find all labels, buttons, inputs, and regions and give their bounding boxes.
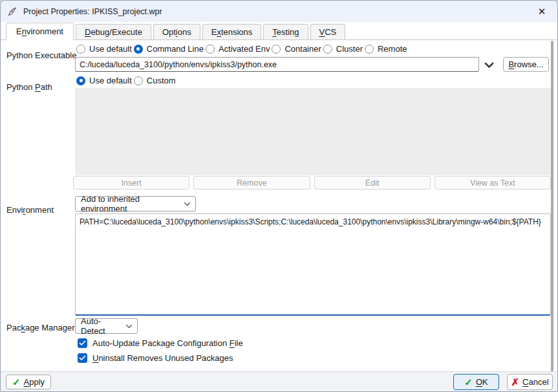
radio-path-use-default[interactable]: Use default: [76, 76, 132, 85]
checkbox-checked-icon: [78, 338, 87, 348]
package-manager-dropdown[interactable]: Auto-Detect: [75, 318, 138, 334]
python-executable-path-input[interactable]: [75, 57, 479, 72]
radio-circle-icon: [365, 45, 374, 54]
browse-button[interactable]: Browse...: [503, 57, 549, 72]
remove-button[interactable]: Remove: [193, 176, 310, 190]
cancel-label: Cancel: [522, 377, 548, 387]
radio-label: Command Line: [147, 44, 204, 54]
path-history-chevron-down-icon[interactable]: [484, 61, 494, 71]
radio-label: Cluster: [336, 44, 363, 54]
radio-label: Activated Env: [219, 44, 270, 54]
project-properties-dialog: Project Properties: IPKISS_project.wpr ✕…: [0, 0, 558, 392]
radio-cluster[interactable]: Cluster: [323, 44, 363, 54]
cross-icon: ✗: [511, 377, 519, 387]
environment-variables-textarea[interactable]: PATH=C:\luceda\luceda_3100\python\envs\i…: [75, 213, 551, 316]
apply-button[interactable]: ✓ Apply: [6, 375, 51, 389]
radio-label: Custom: [147, 76, 176, 85]
cancel-button[interactable]: ✗ Cancel: [507, 374, 553, 390]
radio-label: Use default: [89, 44, 132, 54]
checkbox-checked-icon: [78, 353, 87, 363]
auto-update-package-config-checkbox[interactable]: Auto-Update Package Configuration File: [78, 338, 243, 348]
radio-circle-icon: [76, 45, 85, 54]
title-bar: Project Properties: IPKISS_project.wpr ✕: [1, 1, 557, 22]
radio-path-custom[interactable]: Custom: [134, 76, 176, 85]
check-icon: ✓: [464, 377, 473, 387]
radio-activated-env[interactable]: Activated Env: [206, 44, 270, 54]
checkbox-label: Uninstall Removes Unused Packages: [92, 353, 233, 363]
package-manager-value: Auto-Detect: [81, 316, 122, 336]
radio-circle-selected-icon: [76, 76, 85, 85]
chevron-down-icon: [184, 202, 191, 206]
path-list-buttons: Insert Remove Edit View as Text: [73, 176, 551, 190]
apply-label: Apply: [24, 377, 45, 387]
tab-testing[interactable]: Testing: [263, 24, 308, 40]
tab-extensions[interactable]: Extensions: [202, 24, 262, 40]
dialog-title: Project Properties: IPKISS_project.wpr: [23, 7, 162, 16]
chevron-down-icon: [125, 324, 133, 329]
radio-label: Container: [284, 44, 321, 54]
checkbox-label: Auto-Update Package Configuration File: [92, 338, 243, 348]
uninstall-removes-unused-checkbox[interactable]: Uninstall Removes Unused Packages: [78, 353, 233, 363]
python-path-list[interactable]: [75, 88, 551, 175]
environment-mode-dropdown[interactable]: Add to inherited environment: [75, 196, 196, 212]
tab-debug-execute[interactable]: Debug/Execute: [76, 24, 151, 40]
insert-button[interactable]: Insert: [73, 176, 189, 190]
radio-container[interactable]: Container: [272, 44, 321, 54]
tab-bar: Environment Debug/Execute Options Extens…: [1, 22, 557, 40]
environment-mode-value: Add to inherited environment: [81, 194, 178, 213]
radio-circle-icon: [323, 45, 332, 54]
radio-remote[interactable]: Remote: [365, 44, 407, 54]
radio-use-default[interactable]: Use default: [76, 44, 132, 54]
tab-environment[interactable]: Environment: [6, 23, 74, 40]
radio-circle-icon: [272, 45, 281, 54]
edit-button[interactable]: Edit: [314, 176, 431, 190]
package-manager-label: Package Manager: [6, 323, 75, 332]
scrollbar-thumb[interactable]: [551, 41, 553, 372]
radio-command-line[interactable]: Command Line: [134, 44, 204, 54]
radio-circle-selected-icon: [134, 45, 143, 54]
footer-bar: ✓ Apply ✓ OK ✗ Cancel: [1, 371, 557, 391]
python-executable-label: Python Executable: [6, 50, 76, 60]
close-icon[interactable]: ✕: [535, 5, 549, 18]
radio-label: Use default: [89, 76, 132, 85]
radio-circle-icon: [134, 76, 143, 85]
ok-button[interactable]: ✓ OK: [453, 374, 499, 390]
python-path-label: Python Path: [6, 82, 52, 92]
tab-options[interactable]: Options: [153, 24, 200, 40]
python-path-radios: Use default Custom: [76, 76, 176, 85]
check-icon: ✓: [12, 377, 21, 387]
tab-vcs[interactable]: VCS: [310, 24, 346, 40]
app-feather-icon: [7, 6, 17, 17]
vertical-scrollbar[interactable]: [550, 41, 555, 372]
python-executable-radios: Use default Command Line Activated Env C…: [76, 44, 407, 54]
radio-label: Remote: [378, 44, 407, 54]
radio-circle-icon: [206, 45, 215, 54]
environment-label: Environment: [6, 205, 54, 215]
view-as-text-button[interactable]: View as Text: [435, 176, 551, 190]
ok-label: OK: [476, 377, 488, 387]
